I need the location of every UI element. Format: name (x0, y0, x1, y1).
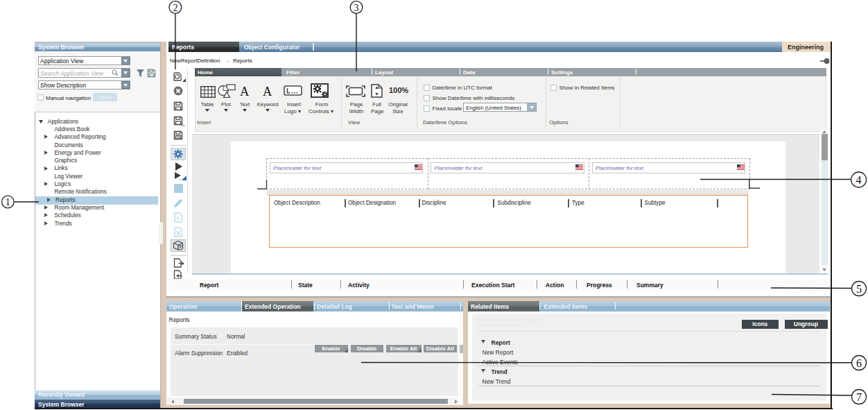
svg-text:1: 1 (6, 197, 10, 207)
svg-text:2: 2 (173, 3, 177, 13)
svg-text:6: 6 (856, 357, 862, 369)
svg-text:3: 3 (354, 3, 359, 13)
svg-text:7: 7 (856, 391, 862, 403)
svg-text:4: 4 (856, 174, 862, 186)
svg-text:5: 5 (856, 283, 862, 295)
